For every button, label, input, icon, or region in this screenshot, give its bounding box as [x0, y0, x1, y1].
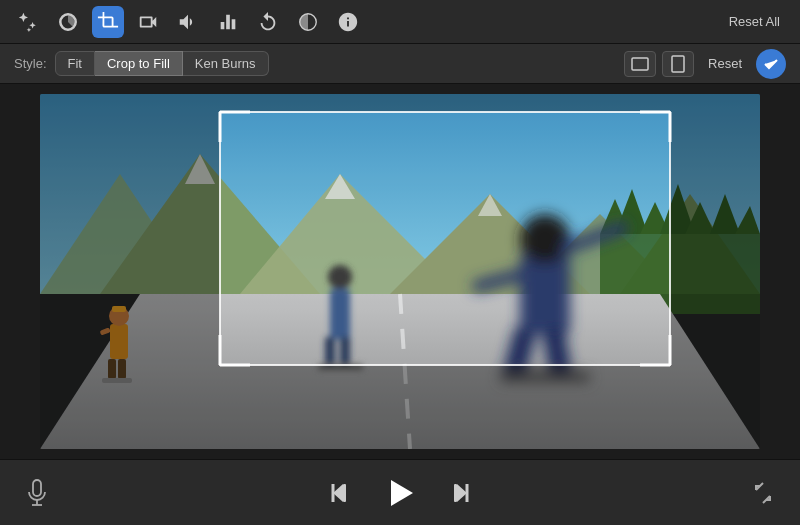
crop-to-fill-button[interactable]: Crop to Fill — [95, 51, 183, 76]
bottom-bar — [0, 459, 800, 525]
svg-rect-2 — [632, 58, 648, 70]
fullscreen-button[interactable] — [746, 476, 780, 510]
skip-back-button[interactable] — [326, 476, 360, 510]
ken-burns-button[interactable]: Ken Burns — [183, 51, 269, 76]
magic-wand-tool[interactable] — [12, 6, 44, 38]
right-controls: Reset — [624, 49, 786, 79]
svg-rect-35 — [340, 337, 350, 365]
rotate-tool[interactable] — [252, 6, 284, 38]
play-button[interactable] — [380, 473, 420, 513]
aspect-portrait-button[interactable] — [662, 51, 694, 77]
bottom-right — [746, 476, 780, 510]
bottom-left — [20, 476, 54, 510]
play-icon — [383, 476, 417, 510]
audio-tool[interactable] — [172, 6, 204, 38]
svg-rect-57 — [33, 480, 41, 496]
skip-back-icon — [330, 480, 356, 506]
svg-rect-37 — [520, 254, 570, 334]
svg-marker-63 — [391, 480, 413, 506]
svg-point-33 — [328, 265, 352, 289]
svg-rect-46 — [670, 112, 760, 365]
fit-button[interactable]: Fit — [55, 51, 95, 76]
reset-all-button[interactable]: Reset All — [721, 10, 788, 33]
top-toolbar: Reset All — [0, 0, 800, 44]
style-bar: Style: Fit Crop to Fill Ken Burns Reset — [0, 44, 800, 84]
info-tool[interactable] — [332, 6, 364, 38]
color-tool[interactable] — [52, 6, 84, 38]
skip-forward-icon — [444, 480, 470, 506]
rotate-icon — [257, 11, 279, 33]
color-wheel-icon — [57, 11, 79, 33]
crop-icon — [97, 11, 119, 33]
confirm-button[interactable] — [756, 49, 786, 79]
video-scene — [40, 94, 760, 449]
microphone-icon — [26, 479, 48, 507]
info-icon — [337, 11, 359, 33]
magic-wand-icon — [17, 11, 39, 33]
svg-point-38 — [520, 214, 570, 264]
style-label: Style: — [14, 56, 47, 71]
equalizer-tool[interactable] — [212, 6, 244, 38]
portrait-aspect-icon — [671, 55, 685, 73]
overlay-tool[interactable] — [292, 6, 324, 38]
checkmark-icon — [763, 56, 779, 72]
scene-svg — [40, 94, 760, 449]
crop-tool[interactable] — [92, 6, 124, 38]
video-area — [0, 84, 800, 459]
transport-controls — [326, 473, 474, 513]
video-camera-icon — [137, 11, 159, 33]
microphone-button[interactable] — [20, 476, 54, 510]
svg-rect-61 — [343, 484, 346, 502]
fullscreen-icon — [750, 480, 776, 506]
svg-rect-32 — [330, 289, 350, 339]
aspect-landscape-button[interactable] — [624, 51, 656, 77]
equalizer-icon — [217, 11, 239, 33]
svg-rect-34 — [325, 337, 335, 365]
overlay-icon — [297, 11, 319, 33]
video-tool[interactable] — [132, 6, 164, 38]
svg-rect-44 — [40, 94, 760, 112]
svg-rect-3 — [672, 56, 684, 72]
svg-rect-47 — [40, 365, 760, 449]
landscape-aspect-icon — [631, 57, 649, 71]
reset-button[interactable]: Reset — [700, 52, 750, 75]
svg-rect-65 — [454, 484, 457, 502]
svg-rect-45 — [40, 112, 220, 365]
skip-forward-button[interactable] — [440, 476, 474, 510]
audio-icon — [177, 11, 199, 33]
